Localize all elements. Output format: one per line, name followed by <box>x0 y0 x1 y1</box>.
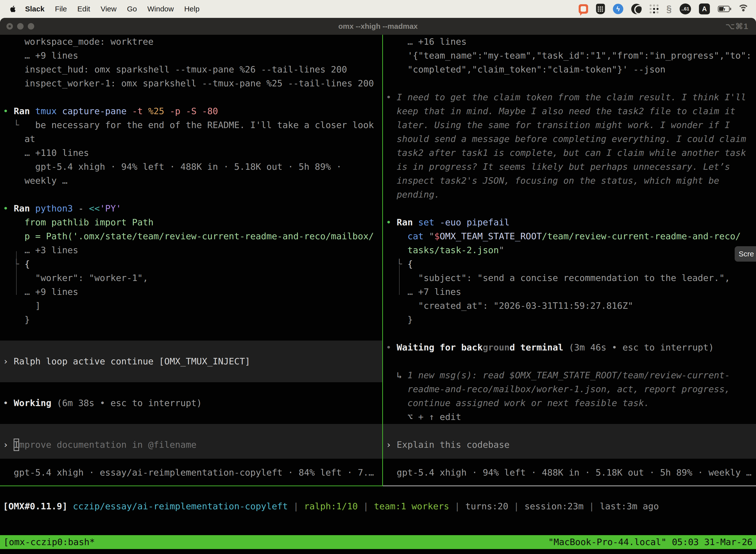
terminal-line: ] <box>0 299 382 313</box>
terminal-line: tasks/task-2.json" <box>383 243 756 257</box>
terminal-line: task2 after task1 is complete, but can I… <box>383 146 756 160</box>
crescent-app-icon[interactable] <box>631 4 642 14</box>
terminal-line: gpt-5.4 xhigh · 94% left · 488K in · 5.1… <box>0 160 382 174</box>
terminal-line: gpt-5.4 xhigh · essay/ai-reimplementatio… <box>0 466 382 480</box>
menu-item-go[interactable]: Go <box>122 5 142 13</box>
terminal-line: › Explain this codebase <box>383 438 756 452</box>
lightning-app-icon[interactable]: ϟ <box>613 4 623 14</box>
close-button[interactable] <box>6 23 13 30</box>
omx-status-line: [OMX#0.11.9] cczip/essay/ai-reimplementa… <box>0 499 659 513</box>
terminal-line <box>383 202 756 215</box>
zoom-button[interactable] <box>28 23 34 30</box>
terminal-line: inspect task2's JSON, focusing on the st… <box>383 174 756 188</box>
scrollback-output: … +16 lines '{"team_name":"my-team","tas… <box>383 35 756 424</box>
model-status: gpt-5.4 xhigh · 94% left · 488K in · 5.1… <box>383 459 756 480</box>
terminal-line <box>0 188 382 202</box>
terminal-line <box>0 382 382 396</box>
terminal-line: is in progress? It seems likely but perh… <box>383 160 756 174</box>
menu-item-edit[interactable]: Edit <box>72 5 96 13</box>
window-shortcut-hint: ⌥⌘1 <box>726 21 749 31</box>
tmux-status-bar: [omx-cczip0:bash* "MacBook-Pro-44.local"… <box>0 535 756 549</box>
menu-item-slack[interactable]: Slack <box>20 5 50 13</box>
terminal-line <box>0 368 382 382</box>
apple-menu-icon[interactable] <box>8 5 16 13</box>
prompt-input[interactable]: › Explain this codebase <box>383 424 756 459</box>
terminal-line: … +110 lines <box>0 146 382 160</box>
left-terminal-pane[interactable]: workspace_mode: worktree … +9 lines insp… <box>0 35 382 486</box>
screen-share-icon[interactable] <box>579 4 588 14</box>
charging-bolt-icon: ϟ <box>718 6 729 11</box>
terminal-line: workspace_mode: worktree <box>0 35 382 49</box>
terminal-line <box>383 327 756 340</box>
terminal-line: • Ran tmux capture-pane -t %25 -p -S -80 <box>0 104 382 118</box>
menubar-status-icons: ϟ § ..61 A ϟ <box>579 3 749 14</box>
terminal-line: '{"team_name":"my-team","task_id":"1","f… <box>383 49 756 63</box>
terminal-line: at <box>0 132 382 146</box>
terminal-line: p = Path('.omx/state/team/review-current… <box>0 229 382 243</box>
model-status: gpt-5.4 xhigh · essay/ai-reimplementatio… <box>0 459 382 480</box>
traffic-lights <box>6 23 34 30</box>
terminal-line <box>0 90 382 104</box>
ralph-loop-banner: › Ralph loop active continue [OMX_TMUX_I… <box>0 340 382 382</box>
menu-item-help[interactable]: Help <box>179 5 205 13</box>
minimize-button[interactable] <box>17 23 23 30</box>
terminal-line: inspect_hud: omx sparkshell --tmux-pane … <box>0 63 382 76</box>
terminal-line: gpt-5.4 xhigh · 94% left · 488K in · 5.1… <box>383 466 756 480</box>
terminal-line: └ be necessary for the end of the README… <box>0 118 382 132</box>
left-pane-bottom-border <box>0 486 383 486</box>
terminal-line: inspect_worker-1: omx sparkshell --tmux-… <box>0 76 382 90</box>
menu-item-window[interactable]: Window <box>142 5 179 13</box>
terminal-line <box>383 76 756 90</box>
terminal-line: weekly … <box>0 174 382 188</box>
right-pane-bottom-border <box>383 486 756 486</box>
terminal-line: } <box>0 313 382 327</box>
terminal-line: from pathlib import Path <box>0 215 382 229</box>
terminal-line: "completed","claim_token":"claim-token"}… <box>383 63 756 76</box>
tmux-session-label: [omx-cczip0:bash* <box>3 535 95 549</box>
terminal-line: • Ran python3 - <<'PY' <box>0 202 382 215</box>
terminal-line: • Waiting for background terminal (3m 46… <box>383 340 756 354</box>
left-output-guide-line <box>16 251 17 295</box>
terminal-line <box>383 354 756 368</box>
menu-bar: SlackFileEditViewGoWindowHelp ϟ § ..61 A… <box>0 0 756 18</box>
terminal-line <box>0 410 382 424</box>
terminal-line: › Ralph loop active continue [OMX_TMUX_I… <box>0 354 382 368</box>
working-status: • Working (6m 38s • esc to interrupt) <box>0 382 382 424</box>
menu-item-view[interactable]: View <box>95 5 122 13</box>
terminal-line <box>0 424 382 438</box>
tmux-host-clock-label: "MacBook-Pro-44.local" 05:03 31-Mar-26 <box>548 535 753 549</box>
terminal-line: readme-and-reco/mailbox/worker-1.json, a… <box>383 382 756 396</box>
right-output-guide-line <box>399 265 399 295</box>
terminal-line: later. Using the same for transition mig… <box>383 118 756 132</box>
count-badge-icon[interactable]: ..61 <box>680 3 691 14</box>
hook-icon[interactable]: § <box>667 4 672 14</box>
terminal-line: • Working (6m 38s • esc to interrupt) <box>0 396 382 410</box>
terminal-line: • I need to get the claim token from the… <box>383 90 756 104</box>
window-titlebar[interactable]: omx --xhigh --madmax ⌥⌘1 <box>0 18 756 35</box>
terminal-line: } <box>383 313 756 327</box>
terminal-window: omx --xhigh --madmax ⌥⌘1 workspace_mode:… <box>0 18 756 554</box>
prompt-input[interactable]: › Improve documentation in @filename <box>0 424 382 459</box>
terminal-line: … +16 lines <box>383 35 756 49</box>
terminal-line: • Ran set -euo pipefail <box>383 215 756 229</box>
tooltip: Scre <box>735 246 756 262</box>
terminal-line: should send a message before completing … <box>383 132 756 146</box>
menu-item-file[interactable]: File <box>50 5 72 13</box>
terminal-line <box>0 327 382 340</box>
terminal-line: cat "$OMX_TEAM_STATE_ROOT/team/review-cu… <box>383 229 756 243</box>
window-title: omx --xhigh --madmax <box>338 22 418 31</box>
scrollback-output: workspace_mode: worktree … +9 lines insp… <box>0 35 382 340</box>
right-terminal-pane[interactable]: … +16 lines '{"team_name":"my-team","tas… <box>383 35 756 486</box>
battery-icon[interactable]: ϟ <box>718 6 730 12</box>
shield-grid-icon[interactable] <box>596 4 605 14</box>
app-grid-icon[interactable] <box>649 4 658 13</box>
terminal-content: workspace_mode: worktree … +9 lines insp… <box>0 35 756 554</box>
terminal-line: … +7 lines <box>383 285 756 299</box>
terminal-line: "worker": "worker-1", <box>0 271 382 285</box>
wifi-icon[interactable] <box>738 4 749 13</box>
terminal-line <box>383 424 756 438</box>
terminal-line: └ { <box>0 257 382 271</box>
terminal-line: "subject": "send a concise recommendatio… <box>383 271 756 285</box>
terminal-line: continue assigned work or next feasible … <box>383 396 756 410</box>
a-badge-icon[interactable]: A <box>699 3 710 14</box>
